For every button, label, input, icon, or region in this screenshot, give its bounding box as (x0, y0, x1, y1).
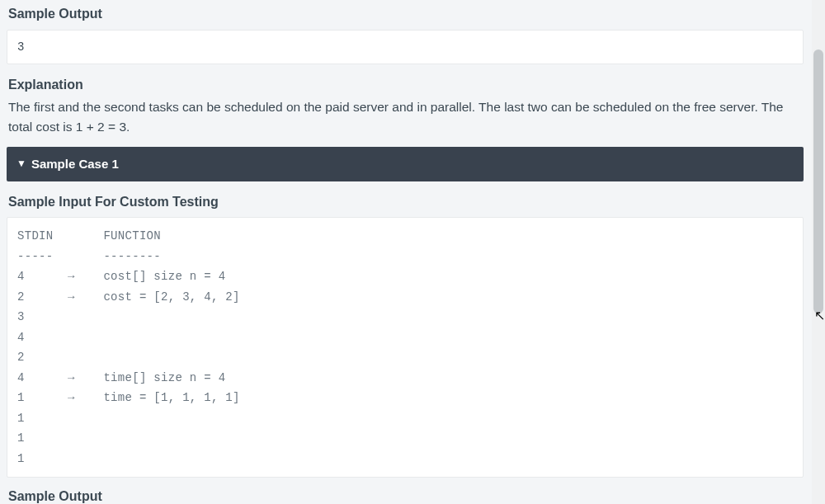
sample-output-box-0: 3 (7, 30, 804, 64)
explanation-header-0: Explanation (7, 73, 804, 97)
explanation-text-0: The first and the second tasks can be sc… (7, 97, 804, 147)
sample-input-header-1: Sample Input For Custom Testing (7, 188, 804, 218)
sample-case-1-toggle[interactable]: ▼ Sample Case 1 (7, 147, 804, 181)
sample-output-header-1: Sample Output (7, 483, 804, 504)
vertical-scrollbar-thumb[interactable] (813, 49, 823, 313)
vertical-scrollbar-track[interactable] (812, 0, 825, 504)
triangle-down-icon: ▼ (16, 156, 26, 172)
sample-output-header-0: Sample Output (7, 0, 804, 30)
sample-input-code-1: STDIN FUNCTION ----- -------- 4 → cost[]… (7, 217, 804, 478)
sample-case-1-label: Sample Case 1 (31, 154, 119, 174)
